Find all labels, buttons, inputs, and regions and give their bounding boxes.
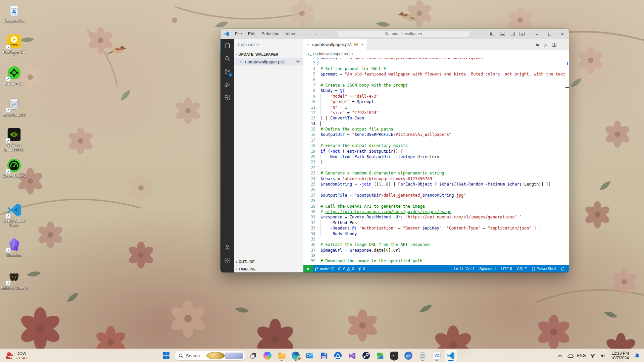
terminal-button[interactable]: >_ xyxy=(388,350,400,362)
explorer-icon[interactable] xyxy=(220,39,234,52)
menu-selection[interactable]: Selection xyxy=(258,30,282,38)
onedrive-cloud-icon[interactable] xyxy=(567,351,574,361)
start-button[interactable] xyxy=(160,350,172,362)
editor-group: >_ updatewallpaper.ps1 M × ⇆ ▷ ⋯ >_ upda… xyxy=(303,39,569,272)
problems-item[interactable]: 0 0 xyxy=(336,265,356,272)
timeline-section[interactable]: › TIMELINE xyxy=(234,265,303,272)
menu-file[interactable]: File xyxy=(232,30,245,38)
vscode-taskbar-button[interactable] xyxy=(445,350,457,362)
visual-studio-button[interactable] xyxy=(346,350,358,362)
edge-button[interactable] xyxy=(290,350,302,362)
search-highlight-card-icon xyxy=(225,353,243,359)
desktop: { "desktop": { "icons": [ {"label": "Rec… xyxy=(0,0,644,362)
status-bar: ✕ main* 0 xyxy=(303,265,569,272)
veracrypt-button[interactable]: VC xyxy=(431,350,443,362)
ports-item[interactable]: 0 xyxy=(356,265,366,272)
desktop-icon-vscode[interactable]: ↗ Visual Studio Code xyxy=(1,202,28,227)
git-branch-item[interactable]: main* xyxy=(313,265,336,272)
menu-view[interactable]: View xyxy=(283,30,298,38)
floppy-app-button[interactable] xyxy=(318,350,330,362)
copilot-button[interactable] xyxy=(261,350,274,362)
nav-forward-icon[interactable]: → xyxy=(324,31,329,37)
database-app-button[interactable] xyxy=(416,350,429,362)
task-view-button[interactable] xyxy=(247,350,259,362)
green-blue-app-button[interactable] xyxy=(374,350,386,362)
notifications-bell-icon[interactable] xyxy=(561,267,565,271)
close-button[interactable]: × xyxy=(556,29,569,39)
titlebar[interactable]: File Edit Selection View ··· ← → update_… xyxy=(220,29,569,39)
code-line: 31$response = Invoke-RestMethod -Uri "ht… xyxy=(303,214,569,220)
qbittorrent-button[interactable]: qb xyxy=(402,350,414,362)
wifi-icon[interactable] xyxy=(589,351,596,361)
code-line: 25$randomString = -join ((1..8) | ForEac… xyxy=(303,182,569,187)
open-changes-icon[interactable]: ⇆ xyxy=(536,42,539,47)
notification-bell-icon[interactable] xyxy=(633,351,641,361)
file-explorer-button[interactable] xyxy=(276,350,288,362)
eol[interactable]: CRLF xyxy=(517,267,527,271)
desktop-icon-sqlitestudio[interactable]: ↗ SQLiteStudio xyxy=(1,96,28,117)
tray-chevron-up-icon[interactable] xyxy=(556,351,564,361)
run-file-icon[interactable]: ▷ xyxy=(544,42,547,47)
stocks-widget[interactable]: 1 DOW -0.54% xyxy=(3,349,31,362)
visual-studio-icon xyxy=(348,352,356,360)
editor-more-icon[interactable]: ⋯ xyxy=(561,42,565,47)
explorer-more-icon[interactable]: ⋯ xyxy=(295,42,299,47)
code-line: 3 xyxy=(303,60,569,66)
outline-section[interactable]: › OUTLINE xyxy=(234,258,303,265)
desktop-icon-recycle-bin[interactable]: Recycle Bin xyxy=(1,3,28,23)
breadcrumb[interactable]: >_ updatewallpaper.ps1 › ... xyxy=(303,50,569,58)
toggle-secondary-sidebar-icon[interactable] xyxy=(510,32,515,36)
desktop-icon-razer-axon[interactable]: ↗ Razer Axon xyxy=(1,65,28,86)
menu-more[interactable]: ··· xyxy=(298,30,308,38)
code-line: 33 -Headers @{ "Authorization" = "Bearer… xyxy=(303,225,569,231)
search-icon[interactable] xyxy=(220,52,234,65)
code-line: 17 xyxy=(303,138,569,143)
blue-triangle-app-button[interactable] xyxy=(332,350,344,362)
toggle-panel-icon[interactable] xyxy=(500,32,505,36)
explorer-section-header[interactable]: ∨ UPDATE_WALLPAPER xyxy=(234,51,303,58)
run-debug-icon[interactable] xyxy=(220,78,234,91)
cursor-position[interactable]: Ln 14, Col 1 xyxy=(454,267,475,271)
steam-button[interactable] xyxy=(360,350,372,362)
encoding[interactable]: UTF-8 xyxy=(501,267,512,271)
desktop-icon-obsidian[interactable]: ↗ Obsidian xyxy=(1,237,28,257)
source-control-icon[interactable]: 1 xyxy=(220,65,234,78)
desktop-icon-baldurs-gate-3[interactable]: ↗ Baldur's Gate 3 xyxy=(1,269,28,290)
split-editor-icon[interactable] xyxy=(552,43,556,47)
desktop-icon-potplayer[interactable]: Player ↗ PotPlayer 64 bit xyxy=(1,34,28,59)
widget-notification-badge: 1 xyxy=(7,352,11,357)
extensions-icon[interactable] xyxy=(220,91,234,104)
maximize-button[interactable]: □ xyxy=(543,29,556,39)
nav-back-icon[interactable]: ← xyxy=(314,31,319,37)
code-line: 19if (-not (Test-Path $outputDir)) { xyxy=(303,149,569,154)
recycle-bin-icon xyxy=(6,3,22,18)
file-item-updatewallpaper[interactable]: >_ updatewallpaper.ps1 M xyxy=(234,58,303,65)
command-center-search[interactable]: update_wallpaper xyxy=(338,30,469,37)
minimize-button[interactable]: – xyxy=(531,29,543,39)
taskbar-search[interactable]: Search xyxy=(174,351,245,361)
desktop-icon-geforce-experience[interactable]: ↗ GeForce Experience xyxy=(1,127,28,152)
language-indicator[interactable]: ENG xyxy=(577,353,586,358)
account-icon[interactable] xyxy=(220,241,234,254)
clock[interactable]: 12:18 PM 10/7/2024 xyxy=(610,351,630,360)
customize-layout-icon[interactable] xyxy=(519,32,525,36)
geforce-experience-icon: ↗ xyxy=(6,127,22,142)
code-editor[interactable]: 2$apiKey = "sk-None-EJNhLeFYuQuQyM7hbUmO… xyxy=(303,58,569,265)
vscode-logo-icon xyxy=(224,31,229,37)
obsidian-icon: ↗ xyxy=(6,237,22,252)
desktop-icon-razer-cortex[interactable]: ↗ Razer Cortex xyxy=(1,158,28,178)
settings-gear-icon[interactable] xyxy=(220,254,234,267)
language-mode[interactable]: { } PowerShell xyxy=(532,267,556,271)
code-line: 8$body = @{ xyxy=(303,88,569,93)
remote-indicator[interactable]: ✕ xyxy=(303,265,313,272)
edge-profile-avatar xyxy=(297,356,301,360)
toggle-sidebar-icon[interactable] xyxy=(490,32,495,36)
code-line: 16$outputDir = "$env:USERPROFILE\Picture… xyxy=(303,132,569,137)
code-line: 40Invoke-WebRequest -Uri $imageUrl -OutF… xyxy=(303,264,569,265)
volume-icon[interactable] xyxy=(599,351,607,361)
menu-edit[interactable]: Edit xyxy=(245,30,258,38)
tab-updatewallpaper[interactable]: >_ updatewallpaper.ps1 M × xyxy=(303,39,367,50)
shortcut-arrow-icon: ↗ xyxy=(6,45,10,50)
outlook-button[interactable] xyxy=(304,350,316,362)
indentation[interactable]: Spaces: 4 xyxy=(479,267,496,271)
